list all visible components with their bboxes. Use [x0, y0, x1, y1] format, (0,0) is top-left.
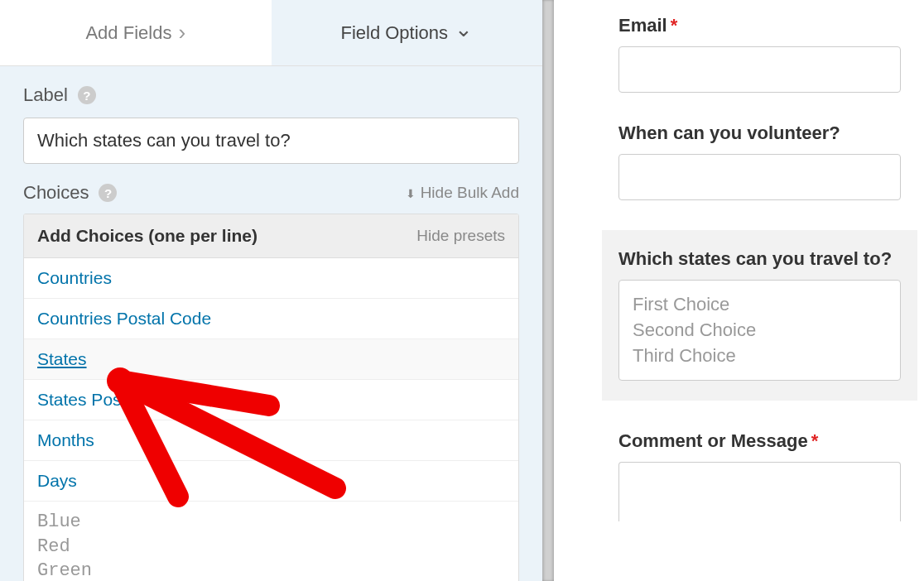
states-choices-display: First Choice Second Choice Third Choice — [618, 280, 901, 381]
comment-input[interactable] — [618, 462, 901, 521]
tabs: Add Fields Field Options — [0, 0, 542, 66]
chevron-right-icon — [178, 20, 185, 46]
preset-days[interactable]: Days — [24, 461, 518, 502]
email-input[interactable] — [618, 46, 901, 93]
panel-divider[interactable] — [542, 0, 554, 581]
hide-bulk-add-link[interactable]: Hide Bulk Add — [406, 184, 519, 202]
tab-add-fields-label: Add Fields — [85, 22, 171, 44]
preset-months[interactable]: Months — [24, 420, 518, 461]
download-icon — [406, 184, 416, 202]
bulk-textarea[interactable]: Blue Red Green — [24, 502, 518, 581]
choice-line: Third Choice — [633, 343, 887, 369]
tab-field-options-label: Field Options — [340, 22, 448, 44]
choices-title: Choices — [23, 182, 89, 204]
volunteer-input[interactable] — [618, 154, 901, 200]
required-mark: * — [811, 430, 819, 451]
help-icon[interactable]: ? — [99, 184, 117, 202]
preset-states[interactable]: States — [24, 339, 518, 380]
comment-label: Comment or Message* — [618, 430, 901, 452]
hide-presets-link[interactable]: Hide presets — [416, 227, 505, 245]
presets-header-title: Add Choices (one per line) — [37, 226, 257, 246]
presets-box: Add Choices (one per line) Hide presets … — [23, 214, 519, 581]
field-volunteer[interactable]: When can you volunteer? — [618, 122, 901, 200]
choices-section: Choices ? Hide Bulk Add Add Choices (one… — [0, 164, 542, 581]
typed-line: Red — [37, 535, 505, 559]
field-comment[interactable]: Comment or Message* — [618, 430, 901, 521]
preset-states-postal[interactable]: States Postal Code — [24, 380, 518, 420]
states-label: Which states can you travel to? — [618, 248, 901, 270]
tab-field-options[interactable]: Field Options — [272, 0, 543, 65]
label-input[interactable] — [23, 118, 519, 164]
typed-line: Green — [37, 559, 505, 581]
required-mark: * — [671, 15, 678, 36]
preset-countries-postal[interactable]: Countries Postal Code — [24, 299, 518, 339]
hide-bulk-label: Hide Bulk Add — [421, 184, 519, 202]
help-icon[interactable]: ? — [78, 86, 96, 104]
tab-add-fields[interactable]: Add Fields — [0, 0, 272, 65]
field-email[interactable]: Email* — [618, 15, 901, 93]
email-label: Email* — [618, 15, 901, 36]
label-section: Label ? — [0, 66, 542, 164]
form-preview: Email* When can you volunteer? Which sta… — [554, 0, 924, 581]
preset-countries[interactable]: Countries — [24, 258, 518, 299]
field-states-selected[interactable]: Which states can you travel to? First Ch… — [602, 230, 917, 401]
volunteer-label: When can you volunteer? — [618, 122, 901, 144]
left-panel: Add Fields Field Options Label ? Choices… — [0, 0, 542, 581]
typed-line: Blue — [37, 510, 505, 535]
choice-line: First Choice — [633, 292, 887, 318]
chevron-down-icon — [455, 20, 473, 46]
choice-line: Second Choice — [633, 318, 887, 343]
label-title: Label — [23, 84, 68, 106]
